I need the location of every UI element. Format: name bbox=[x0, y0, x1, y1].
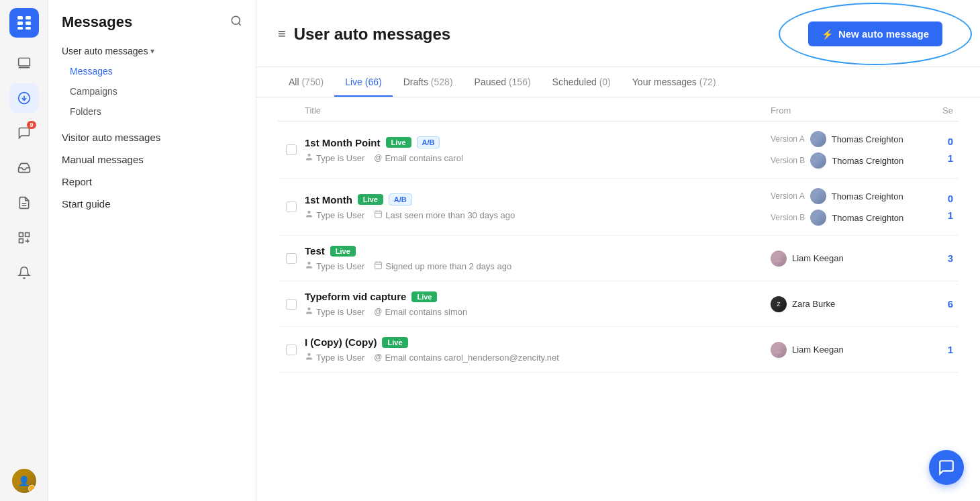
svg-point-25 bbox=[307, 262, 310, 265]
checkbox-input[interactable] bbox=[286, 299, 297, 310]
title-main-2: 1st Month Live A/B bbox=[305, 193, 771, 206]
row-checkbox-5[interactable] bbox=[278, 345, 305, 355]
chat-badge: 9 bbox=[27, 121, 36, 129]
from-row-b-1: Version B Thomas Creighton bbox=[771, 152, 918, 169]
title-meta-5: Type is User @ Email contains carol_hend… bbox=[305, 352, 771, 363]
title-main-4: Typeform vid capture Live bbox=[305, 291, 771, 302]
row-checkbox-2[interactable] bbox=[278, 201, 305, 212]
title-meta-2: Type is User Last seen more than 30 days… bbox=[305, 210, 771, 220]
at-icon: @ bbox=[374, 307, 382, 316]
svg-point-30 bbox=[777, 255, 781, 258]
nav-panel-title: Messages bbox=[62, 13, 132, 31]
avatar-thomas-4 bbox=[810, 210, 826, 226]
meta-type: Type is User bbox=[305, 261, 364, 271]
tab-live[interactable]: Live (66) bbox=[334, 67, 392, 97]
nav-icon-notes[interactable] bbox=[9, 188, 39, 218]
avatar-thomas-3 bbox=[810, 188, 826, 204]
tab-drafts[interactable]: Drafts (528) bbox=[393, 67, 464, 97]
sidebar-item-messages[interactable]: Messages bbox=[62, 62, 242, 81]
title-meta-1: Type is User @ Email contains carol bbox=[305, 152, 771, 163]
count-cell-2: 0 1 bbox=[918, 193, 959, 221]
user-auto-section-header[interactable]: User auto messages ▾ bbox=[62, 42, 242, 60]
at-icon: @ bbox=[374, 353, 382, 362]
svg-rect-21 bbox=[375, 211, 382, 218]
main-header: ≡ User auto messages New auto message bbox=[256, 0, 980, 67]
sidebar-item-report[interactable]: Report bbox=[48, 171, 256, 193]
tab-all[interactable]: All (750) bbox=[278, 67, 334, 97]
new-auto-message-button[interactable]: New auto message bbox=[808, 21, 942, 46]
search-icon[interactable] bbox=[230, 15, 242, 30]
sidebar-item-visitor-auto[interactable]: Visitor auto messages bbox=[48, 126, 256, 148]
count-a-1: 0 bbox=[948, 136, 953, 147]
sidebar-item-folders[interactable]: Folders bbox=[62, 102, 242, 121]
meta-email-simon-text: Email contains simon bbox=[385, 307, 467, 317]
svg-rect-1 bbox=[26, 16, 31, 19]
chevron-down-icon: ▾ bbox=[150, 46, 154, 56]
checkbox-input[interactable] bbox=[286, 201, 297, 212]
app-logo[interactable] bbox=[9, 8, 39, 38]
meta-type-text: Type is User bbox=[316, 261, 364, 271]
svg-point-20 bbox=[307, 211, 310, 214]
at-icon: @ bbox=[374, 153, 382, 163]
tab-your-messages[interactable]: Your messages (72) bbox=[622, 67, 727, 97]
calendar-icon bbox=[374, 261, 383, 271]
svg-point-19 bbox=[307, 154, 310, 156]
checkbox-input[interactable] bbox=[286, 253, 297, 264]
meta-type: Type is User bbox=[305, 210, 364, 220]
table-row[interactable]: Typeform vid capture Live Type is User @… bbox=[278, 281, 959, 327]
avatar-liam-1 bbox=[771, 250, 787, 267]
chat-support-button[interactable] bbox=[929, 450, 964, 485]
count-a-2: 0 bbox=[948, 193, 953, 204]
count-cell-1: 0 1 bbox=[918, 136, 959, 164]
user-avatar[interactable]: 👤 bbox=[12, 469, 36, 493]
calendar-icon bbox=[374, 210, 383, 220]
nav-icon-apps[interactable] bbox=[9, 223, 39, 253]
from-cell-5: Liam Keegan bbox=[771, 342, 918, 358]
count-b-1: 1 bbox=[948, 152, 953, 164]
table-row[interactable]: 1st Month Live A/B Type is User bbox=[278, 179, 959, 236]
sidebar-item-campaigns[interactable]: Campaigns bbox=[62, 82, 242, 101]
nav-icon-inbox[interactable] bbox=[9, 153, 39, 183]
svg-line-18 bbox=[238, 23, 240, 25]
checkbox-input[interactable] bbox=[286, 345, 297, 355]
checkbox-input[interactable] bbox=[286, 144, 297, 155]
table-row[interactable]: Test Live Type is User Signed up bbox=[278, 236, 959, 281]
row-checkbox-3[interactable] bbox=[278, 253, 305, 264]
col-from: From bbox=[771, 105, 918, 116]
icon-sidebar: 9 👤 bbox=[0, 0, 48, 501]
nav-icon-messages[interactable] bbox=[9, 83, 39, 113]
nav-icon-chat[interactable]: 9 bbox=[9, 118, 39, 148]
table-row[interactable]: I (Copy) (Copy) Live Type is User @ Emai… bbox=[278, 327, 959, 373]
svg-rect-26 bbox=[375, 262, 382, 269]
row-checkbox-1[interactable] bbox=[278, 144, 305, 155]
tab-scheduled[interactable]: Scheduled (0) bbox=[542, 67, 622, 97]
left-nav-header: Messages bbox=[48, 13, 256, 42]
from-cell-3: Liam Keegan bbox=[771, 250, 918, 267]
meta-signup: Signed up more than 2 days ago bbox=[374, 261, 511, 271]
page-title: User auto messages bbox=[294, 25, 450, 44]
tabs-bar: All (750) Live (66) Drafts (528) Paused … bbox=[256, 67, 980, 97]
hamburger-icon[interactable]: ≡ bbox=[278, 26, 286, 42]
title-main-1: 1st Month Point Live A/B bbox=[305, 136, 771, 148]
svg-rect-4 bbox=[17, 27, 23, 30]
table-row[interactable]: 1st Month Point Live A/B Type is User @ … bbox=[278, 122, 959, 179]
sidebar-item-start-guide[interactable]: Start guide bbox=[48, 193, 256, 215]
from-row-b-2: Version B Thomas Creighton bbox=[771, 210, 918, 226]
message-title: 1st Month Point bbox=[305, 137, 381, 148]
tab-paused[interactable]: Paused (156) bbox=[464, 67, 542, 97]
title-meta-4: Type is User @ Email contains simon bbox=[305, 306, 771, 317]
nav-icon-bell[interactable] bbox=[9, 258, 39, 287]
user-icon bbox=[305, 210, 313, 220]
meta-type: Type is User bbox=[305, 306, 364, 317]
svg-rect-5 bbox=[26, 27, 31, 30]
meta-seen: Last seen more than 30 days ago bbox=[374, 210, 515, 220]
ab-test-badge: A/B bbox=[389, 193, 412, 206]
row-checkbox-4[interactable] bbox=[278, 299, 305, 310]
version-a-label: Version A bbox=[771, 134, 805, 144]
from-row-a-1: Version A Thomas Creighton bbox=[771, 131, 918, 147]
sidebar-item-manual[interactable]: Manual messages bbox=[48, 148, 256, 171]
avatar-image: 👤 bbox=[12, 469, 36, 493]
status-badge-live: Live bbox=[382, 337, 407, 348]
meta-email-carol: @ Email contains carol_henderson@zencity… bbox=[374, 353, 559, 363]
nav-icon-people[interactable] bbox=[9, 48, 39, 78]
